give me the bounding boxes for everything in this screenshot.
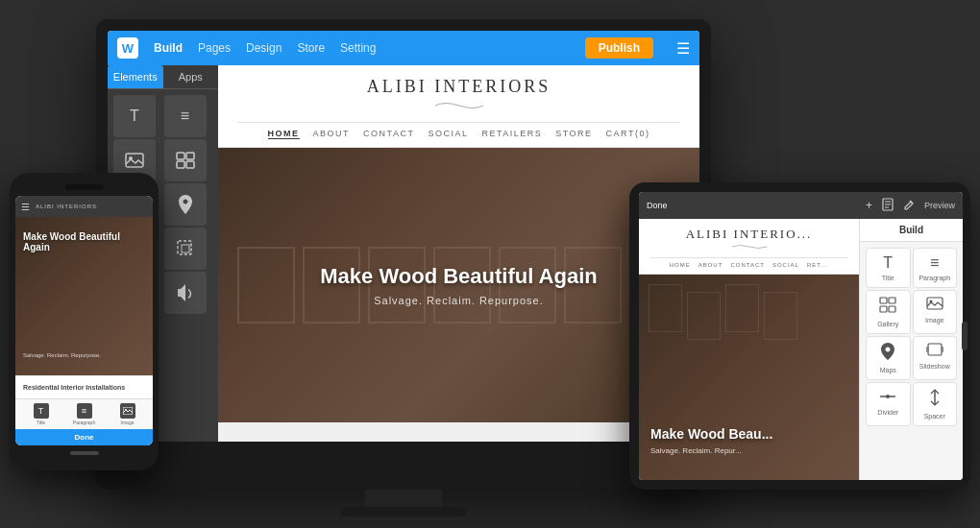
tablet-doc-icon[interactable]: [882, 198, 894, 214]
phone-hero-title: Make Wood Beautiful Again: [23, 231, 145, 252]
build-icon-paragraph[interactable]: ≡ Paragraph: [913, 248, 958, 288]
svg-rect-23: [889, 298, 895, 303]
svg-rect-28: [928, 344, 942, 355]
phone-menu-icon[interactable]: ☰: [21, 202, 30, 212]
build-icon-title[interactable]: T Title: [866, 248, 911, 288]
monitor-screen: W Build Pages Design Store Setting Publi…: [108, 31, 699, 442]
site-nav-contact[interactable]: CONTACT: [363, 129, 414, 139]
monitor-frame: W Build Pages Design Store Setting Publi…: [96, 19, 711, 490]
build-maps-shape: [881, 343, 894, 364]
build-icon-image[interactable]: Image: [913, 290, 958, 334]
tablet-screen: Done + Preview Alibi Interio...: [639, 192, 963, 480]
nav-build[interactable]: Build: [154, 41, 183, 55]
phone: ☰ ALIBI INTERIORS Make Wood Beautiful Ag…: [10, 173, 159, 470]
build-icon-spacer[interactable]: Spacer: [913, 382, 958, 426]
weebly-nav: Build Pages Design Store Setting: [154, 41, 570, 55]
phone-title-label: Title: [37, 420, 45, 425]
svg-point-32: [886, 395, 890, 398]
svg-rect-29: [926, 347, 929, 352]
svg-rect-5: [186, 161, 194, 168]
publish-button[interactable]: Publish: [585, 37, 653, 59]
icon-location[interactable]: [164, 183, 207, 226]
site-nav-about[interactable]: ABOUT: [313, 129, 351, 139]
monitor-stand: [365, 490, 442, 509]
nav-store[interactable]: Store: [297, 41, 325, 55]
icon-gallery[interactable]: [164, 139, 207, 181]
site-footer-bar: [218, 422, 699, 442]
svg-rect-3: [186, 153, 194, 159]
build-gallery-shape: [879, 297, 896, 318]
tablet-preview-label[interactable]: Preview: [924, 201, 955, 210]
build-image-label: Image: [925, 317, 943, 324]
build-spacer-shape: [928, 389, 942, 410]
build-icons-grid: T Title ≡ Paragraph Gallery: [860, 242, 963, 432]
phone-image-shape: [120, 403, 135, 419]
phone-topbar: ☰ ALIBI INTERIORS: [15, 196, 153, 217]
tablet-done-label[interactable]: Done: [647, 201, 668, 210]
tablet-nav-about[interactable]: ABOUT: [698, 262, 723, 268]
tablet-edit-icon[interactable]: [903, 199, 915, 213]
svg-rect-4: [177, 161, 184, 168]
tablet-home-button[interactable]: [962, 322, 968, 350]
menu-icon[interactable]: ☰: [676, 39, 690, 58]
icon-audio[interactable]: [164, 272, 207, 314]
nav-design[interactable]: Design: [246, 41, 282, 55]
svg-rect-25: [889, 306, 895, 312]
svg-rect-22: [880, 298, 887, 303]
build-gallery-label: Gallery: [877, 321, 898, 327]
tablet-nav-social[interactable]: SOCIAL: [772, 262, 799, 268]
svg-rect-10: [182, 245, 189, 252]
phone-icon-title[interactable]: T Title: [21, 403, 61, 425]
phone-section: Residential Interior Installations: [15, 375, 153, 398]
site-nav: HOME ABOUT CONTACT SOCIAL RETAILERS STOR…: [237, 122, 680, 139]
tablet-nav-ret[interactable]: RET...: [807, 262, 828, 268]
svg-rect-30: [941, 347, 943, 352]
tablet-content: Alibi Interio... HOME ABOUT CONTACT SOCI…: [639, 219, 963, 480]
site-nav-store[interactable]: STORE: [555, 129, 592, 139]
phone-title-shape: T: [34, 403, 49, 419]
build-divider-shape: [879, 389, 896, 406]
weebly-logo: W: [117, 37, 138, 59]
build-paragraph-label: Paragraph: [919, 275, 950, 281]
build-icon-divider[interactable]: Divider: [866, 382, 911, 426]
icon-crop[interactable]: [164, 228, 207, 270]
phone-notch: [65, 184, 104, 190]
tablet-site: Alibi Interio... HOME ABOUT CONTACT SOCI…: [639, 219, 859, 480]
tablet-nav-contact[interactable]: CONTACT: [730, 262, 765, 268]
nav-setting[interactable]: Setting: [340, 41, 376, 55]
phone-done-button[interactable]: Done: [15, 429, 153, 445]
tablet-add-icon[interactable]: +: [866, 199, 872, 212]
svg-rect-24: [880, 306, 887, 312]
tablet-hero: Make Wood Beau... Salvage. Reclaim. Repu…: [639, 275, 859, 480]
svg-rect-0: [126, 154, 143, 167]
tablet-hero-sub: Salvage. Reclaim. Repur...: [650, 446, 742, 455]
build-icon-maps[interactable]: Maps: [866, 336, 911, 380]
phone-hero-sub: Salvage. Reclaim. Repurpose.: [23, 352, 101, 358]
tablet-right-panel: Build T Title ≡ Paragraph: [859, 219, 963, 480]
tab-elements[interactable]: Elements: [108, 65, 163, 88]
phone-paragraph-label: Paragraph: [73, 420, 95, 425]
build-slideshow-label: Slideshow: [919, 363, 950, 370]
panel-tabs: Elements Apps: [108, 65, 218, 89]
site-nav-retailers[interactable]: RETAILERS: [481, 129, 542, 139]
build-icon-gallery[interactable]: Gallery: [866, 290, 911, 334]
nav-pages[interactable]: Pages: [198, 41, 231, 55]
icon-title[interactable]: T: [113, 95, 156, 137]
tab-apps[interactable]: Apps: [163, 65, 219, 88]
site-nav-cart[interactable]: CART(0): [606, 129, 650, 139]
tablet-site-nav: HOME ABOUT CONTACT SOCIAL RET...: [650, 257, 847, 268]
site-nav-home[interactable]: HOME: [268, 129, 300, 139]
site-nav-social[interactable]: SOCIAL: [428, 129, 468, 139]
build-image-shape: [926, 297, 943, 314]
hero-title: Make Wood Beautiful Again: [320, 264, 597, 289]
monitor: W Build Pages Design Store Setting Publi…: [96, 19, 711, 490]
build-title-label: Title: [882, 275, 894, 281]
phone-icon-paragraph[interactable]: ≡ Paragraph: [64, 403, 104, 425]
icon-paragraph[interactable]: ≡: [164, 95, 207, 137]
build-icon-slideshow[interactable]: Slideshow: [913, 336, 958, 380]
phone-icon-image[interactable]: Image: [108, 403, 147, 425]
tablet-top-actions: + Preview: [866, 198, 955, 214]
site-logo-sub: [430, 99, 488, 114]
tablet-nav-home[interactable]: HOME: [670, 262, 691, 268]
phone-hero: Make Wood Beautiful Again Salvage. Recla…: [15, 217, 153, 375]
